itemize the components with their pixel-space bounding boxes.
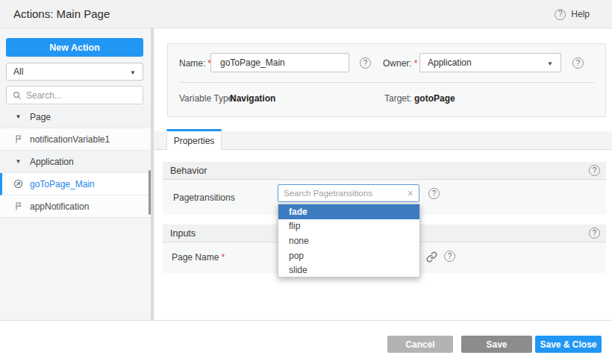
required-asterisk: * (414, 58, 418, 69)
inputs-help-icon[interactable] (589, 228, 600, 239)
dropdown-option-fade[interactable]: fade (278, 204, 419, 219)
help-button[interactable]: Help (555, 0, 590, 28)
owner-dropdown-value: Application (428, 57, 472, 68)
page-title: Actions: Main Page (13, 0, 110, 28)
inputs-section-title: Inputs (170, 228, 196, 239)
flag-icon (13, 134, 23, 144)
save-button[interactable]: Save (461, 336, 532, 353)
name-field[interactable] (210, 53, 349, 72)
page-name-label: Page Name* (172, 252, 225, 263)
new-action-button[interactable]: New Action (6, 38, 143, 57)
sidebar-search[interactable] (6, 86, 143, 104)
page-name-help-icon[interactable] (444, 251, 455, 262)
cancel-button[interactable]: Cancel (387, 336, 453, 353)
actions-tree: Page notificationVariable1 Application (0, 106, 151, 218)
tab-label: Properties (174, 136, 215, 146)
tree-group-label: Application (30, 157, 74, 167)
chevron-down-icon (130, 66, 136, 77)
actions-editor-window: Actions: Main Page Help New Action All P… (0, 0, 612, 364)
variable-type-value: Navigation (230, 93, 275, 104)
footer-bar: Cancel Save Save & Close (0, 321, 612, 364)
owner-help-icon[interactable] (572, 57, 584, 69)
pagetransitions-search-input[interactable] (284, 189, 408, 198)
behavior-section-title: Behavior (170, 166, 207, 176)
variable-type-label: Variable Type: (179, 93, 236, 104)
search-input[interactable] (26, 90, 137, 101)
tree-group-application[interactable]: Application (0, 151, 151, 173)
pagetransitions-label: Pagetransitions (173, 192, 235, 203)
actions-sidebar: New Action All Page (0, 28, 151, 320)
tab-bar (154, 131, 612, 150)
owner-label: Owner:* (383, 58, 417, 69)
tree-item-notificationvariable1[interactable]: notificationVariable1 (0, 128, 151, 151)
tree-group-label: Page (30, 112, 51, 122)
behavior-help-icon[interactable] (589, 165, 600, 176)
save-and-close-button[interactable]: Save & Close (535, 336, 602, 353)
filter-dropdown[interactable]: All (6, 63, 143, 81)
name-help-icon[interactable] (360, 57, 371, 69)
tree-item-gotopage-main[interactable]: goToPage_Main (0, 173, 151, 195)
name-label: Name:* (179, 58, 211, 69)
bind-link-icon[interactable] (426, 251, 437, 263)
dropdown-option-pop[interactable]: pop (278, 248, 419, 263)
flag-icon (13, 201, 23, 211)
header-bar: Actions: Main Page Help (0, 0, 612, 28)
collapse-arrow-icon[interactable] (13, 158, 23, 165)
help-icon[interactable] (555, 9, 566, 20)
tree-item-label: goToPage_Main (30, 179, 95, 189)
target-label: Target: (384, 93, 412, 104)
navigation-icon (13, 179, 23, 189)
required-asterisk: * (221, 252, 225, 263)
clear-icon[interactable] (408, 188, 413, 198)
dropdown-option-flip[interactable]: flip (278, 219, 419, 234)
pagetransitions-help-icon[interactable] (428, 188, 440, 199)
dropdown-option-none[interactable]: none (278, 233, 419, 248)
tree-group-page[interactable]: Page (0, 106, 151, 128)
tree-item-label: appNotification (30, 201, 89, 212)
tree-item-appnotification[interactable]: appNotification (0, 195, 151, 218)
pagetransitions-dropdown-list: fade flip none pop slide (278, 204, 420, 277)
chevron-down-icon (547, 57, 553, 68)
dropdown-option-slide[interactable]: slide (278, 263, 419, 277)
collapse-arrow-icon[interactable] (13, 113, 23, 120)
filter-dropdown-value: All (13, 66, 23, 77)
panel-divider (179, 82, 594, 83)
pagetransitions-combobox[interactable] (278, 184, 419, 202)
tab-properties[interactable]: Properties (166, 129, 222, 150)
help-label[interactable]: Help (571, 9, 590, 19)
behavior-section-header: Behavior (163, 162, 606, 180)
search-icon (13, 91, 22, 100)
owner-dropdown[interactable]: Application (419, 53, 561, 72)
target-value: gotoPage (414, 93, 455, 104)
tree-item-label: notificationVariable1 (30, 134, 110, 145)
